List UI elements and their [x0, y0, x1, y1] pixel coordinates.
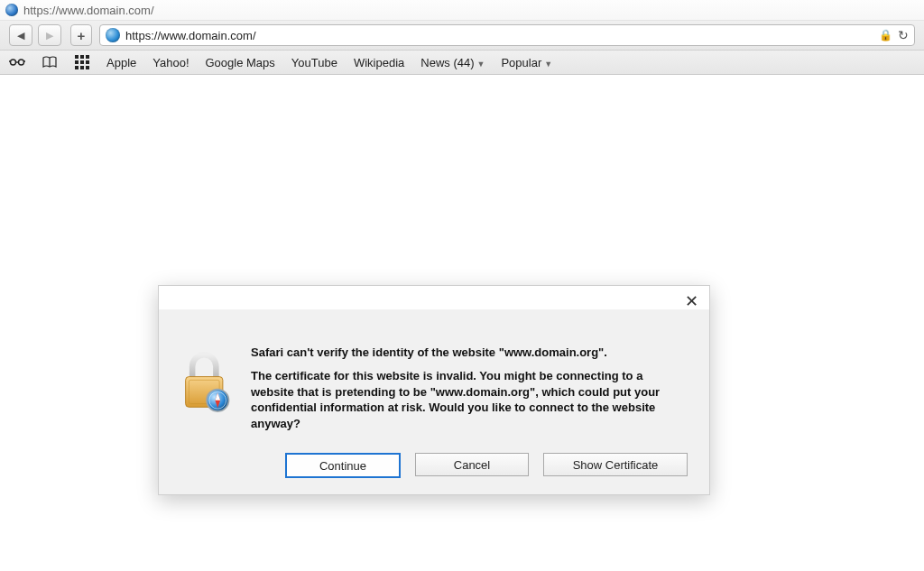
site-favicon-icon	[5, 4, 18, 16]
globe-icon	[106, 28, 120, 42]
back-button[interactable]: ◀	[9, 24, 32, 46]
bookmark-apple[interactable]: Apple	[106, 56, 136, 69]
lock-safari-icon	[180, 345, 235, 431]
forward-icon: ▶	[46, 30, 53, 41]
cancel-button[interactable]: Cancel	[415, 453, 529, 476]
page-content: ✕	[0, 75, 924, 571]
address-bar[interactable]: https://www.domain.com/ 🔒 ↻	[99, 24, 915, 46]
forward-button[interactable]: ▶	[38, 24, 61, 46]
bookmark-label: YouTube	[291, 56, 337, 69]
bookmark-popular[interactable]: Popular▼	[501, 56, 552, 69]
show-certificate-button[interactable]: Show Certificate	[543, 453, 688, 476]
button-label: Cancel	[454, 458, 490, 472]
dialog-message: The certificate for this website is inva…	[251, 368, 688, 431]
bookmark-label: Google Maps	[206, 56, 275, 69]
bookmarks-bar: Apple Yahoo! Google Maps YouTube Wikiped…	[0, 51, 924, 75]
bookmark-youtube[interactable]: YouTube	[291, 56, 337, 69]
lock-icon: 🔒	[879, 29, 892, 41]
bookmark-yahoo[interactable]: Yahoo!	[152, 56, 189, 69]
chevron-down-icon: ▼	[544, 60, 552, 69]
bookmark-google-maps[interactable]: Google Maps	[206, 56, 275, 69]
continue-button[interactable]: Continue	[285, 453, 401, 478]
bookmarks-icon[interactable]	[42, 54, 58, 70]
add-bookmark-button[interactable]: +	[70, 24, 92, 46]
plus-icon: +	[78, 28, 86, 43]
close-button[interactable]: ✕	[685, 293, 698, 309]
navigation-toolbar: ◀ ▶ + https://www.domain.com/ 🔒 ↻	[0, 21, 924, 51]
bookmark-wikipedia[interactable]: Wikipedia	[354, 56, 404, 69]
dialog-title: Safari can't verify the identity of the …	[251, 345, 688, 359]
reading-list-icon[interactable]	[9, 54, 25, 70]
window-titlebar: https://www.domain.com/	[0, 0, 924, 21]
top-sites-icon[interactable]	[74, 54, 90, 70]
button-label: Continue	[319, 459, 366, 473]
bookmark-label: Popular	[501, 56, 541, 69]
button-label: Show Certificate	[573, 458, 659, 472]
reload-button[interactable]: ↻	[898, 28, 909, 42]
bookmark-label: Yahoo!	[152, 56, 189, 69]
certificate-warning-dialog: ✕	[158, 285, 710, 495]
bookmark-label: News (44)	[420, 56, 474, 69]
svg-point-1	[19, 60, 24, 65]
address-bar-text: https://www.domain.com/	[125, 29, 873, 42]
window-title: https://www.domain.com/	[23, 4, 154, 17]
chevron-down-icon: ▼	[477, 60, 485, 69]
svg-point-0	[11, 60, 16, 65]
bookmark-label: Wikipedia	[354, 56, 404, 69]
bookmark-label: Apple	[106, 56, 136, 69]
back-icon: ◀	[17, 30, 24, 41]
bookmark-news[interactable]: News (44)▼	[420, 56, 485, 69]
